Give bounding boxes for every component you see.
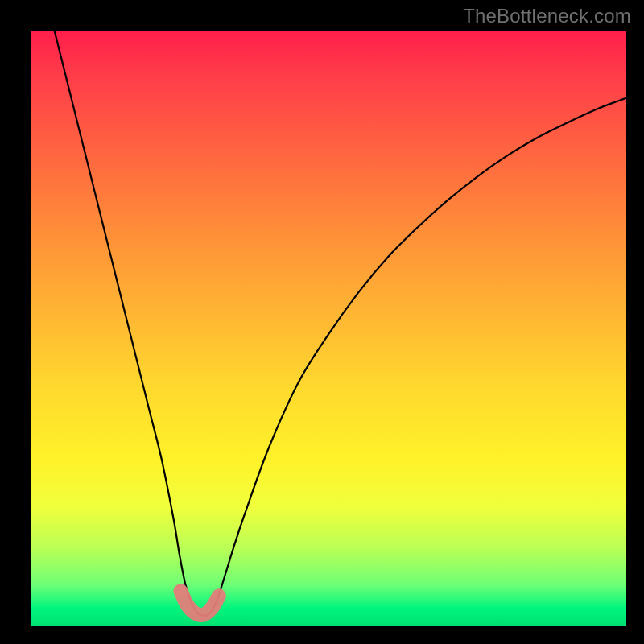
bottleneck-curve: [55, 31, 626, 616]
watermark-text: TheBottleneck.com: [463, 5, 631, 27]
curve-layer: [31, 31, 626, 626]
bottleneck-marker-region: [180, 591, 218, 615]
plot-area: [31, 31, 626, 626]
chart-frame: TheBottleneck.com: [0, 0, 644, 644]
